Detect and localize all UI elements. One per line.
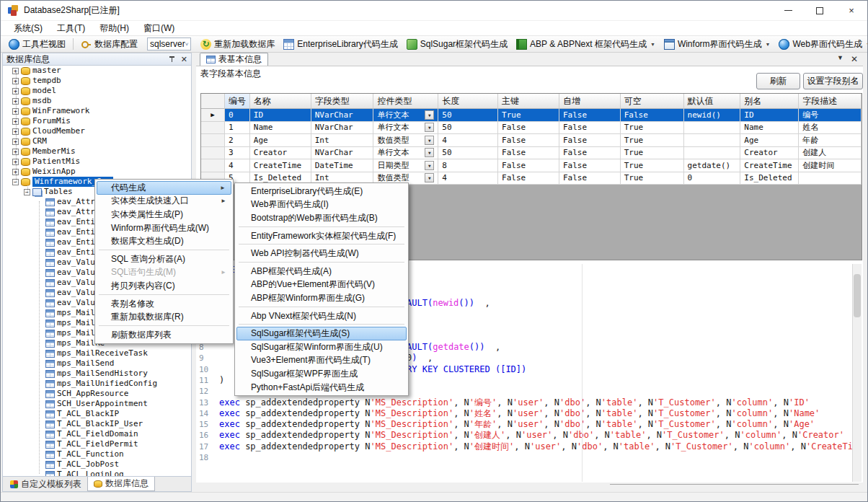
menu-item-submenu[interactable]: Web API控制器代码生成(W) bbox=[236, 247, 407, 260]
menu-item-context[interactable]: 实体类属性生成(P) bbox=[97, 208, 231, 221]
grid-cell[interactable]: CreateTime bbox=[740, 159, 799, 172]
grid-cell[interactable]: False bbox=[559, 134, 621, 147]
menu-item-submenu[interactable]: Vue3+Element界面代码生成(T) bbox=[236, 354, 407, 368]
grid-cell[interactable]: False bbox=[559, 172, 621, 185]
toolbar-button-globe[interactable]: 工具栏视图 bbox=[5, 37, 69, 52]
menu-item-submenu[interactable]: SqlSugar框架代码生成(S) bbox=[236, 327, 407, 340]
toolbar-button-key[interactable]: 数据库配置 bbox=[77, 37, 141, 52]
grid-cell[interactable]: 创建时间 bbox=[799, 159, 862, 172]
menu-item-context[interactable]: 拷贝列表内容(C) bbox=[97, 279, 231, 293]
menu-item-submenu[interactable]: EnterpriseLibrary代码生成(E) bbox=[236, 185, 407, 198]
menu-item-context[interactable]: SQL 查询分析器(A) bbox=[97, 252, 231, 266]
menu-item-submenu[interactable]: Web界面代码生成(I) bbox=[236, 198, 407, 212]
grid-cell[interactable]: 姓名 bbox=[799, 122, 862, 135]
menu-item-context[interactable]: 数据库文档生成(D) bbox=[97, 234, 231, 248]
doc-dropdown-icon[interactable]: ▼ bbox=[837, 54, 843, 64]
menu-bar-item[interactable]: 帮助(H) bbox=[92, 21, 136, 36]
tree-item-tempdb[interactable]: +tempdb bbox=[3, 76, 191, 86]
grid-cell[interactable]: NVarChar bbox=[311, 122, 374, 135]
grid-cell[interactable] bbox=[684, 134, 741, 147]
toolbar-button-book-green[interactable]: ABP & ABPNext 框架代码生成▼ bbox=[513, 37, 659, 52]
tree-item-CRM[interactable]: +CRM bbox=[3, 136, 191, 146]
grid-cell[interactable]: 4 bbox=[438, 172, 498, 185]
menu-item-context[interactable]: Winform界面代码生成(W) bbox=[97, 221, 231, 235]
row-selector-cell[interactable]: ▶ bbox=[201, 109, 225, 122]
tree-item-T_ACL_LoginLog[interactable]: T_ACL_LoginLog bbox=[3, 470, 191, 477]
grid-cell[interactable]: 4 bbox=[225, 159, 250, 172]
grid-selector-header[interactable] bbox=[201, 94, 225, 109]
toolbar-button-window-blue[interactable]: Winform界面代码生成▼ bbox=[660, 37, 774, 52]
row-selector-cell[interactable] bbox=[201, 159, 225, 172]
grid-cell[interactable]: Name bbox=[250, 122, 311, 135]
menu-bar-item[interactable]: 系统(S) bbox=[6, 21, 50, 36]
grid-cell[interactable] bbox=[684, 147, 741, 160]
grid-cell[interactable]: ID bbox=[250, 109, 311, 122]
grid-cell[interactable]: False bbox=[498, 172, 559, 185]
close-button[interactable]: × bbox=[836, 1, 867, 20]
row-selector-cell[interactable] bbox=[201, 122, 225, 135]
menu-item-context[interactable]: 刷新数据库列表 bbox=[97, 328, 231, 342]
grid-column-header[interactable]: 可空 bbox=[621, 94, 684, 109]
grid-cell[interactable]: True bbox=[621, 134, 684, 147]
menu-item-context[interactable]: SQL语句生成(M)► bbox=[97, 266, 231, 280]
tree-item-CloudMember[interactable]: +CloudMember bbox=[3, 126, 191, 136]
grid-column-header[interactable]: 字段描述 bbox=[799, 94, 862, 109]
menu-item-submenu[interactable]: ABP的Vue+Element界面代码(V) bbox=[236, 278, 407, 292]
grid-cell[interactable]: 1 bbox=[225, 122, 250, 135]
menu-item-submenu[interactable]: ABP框架代码生成(A) bbox=[236, 265, 407, 278]
grid-column-header[interactable]: 编号 bbox=[225, 94, 250, 109]
row-selector-cell[interactable] bbox=[201, 147, 225, 160]
grid-cell[interactable]: False bbox=[498, 134, 559, 147]
grid-cell[interactable]: False bbox=[498, 159, 559, 172]
tab-table-basic-info[interactable]: 表基本信息 bbox=[200, 53, 268, 66]
grid-column-header[interactable]: 字段类型 bbox=[311, 94, 374, 109]
grid-column-header[interactable]: 主键 bbox=[498, 94, 559, 109]
grid-row[interactable]: 1NameNVarChar单行文本▼50FalseFalseTrueName姓名 bbox=[201, 122, 862, 135]
grid-cell[interactable]: Name bbox=[740, 122, 799, 135]
grid-row[interactable]: 4CreateTimeDateTime日期类型▼8FalseFalseTrueg… bbox=[201, 159, 862, 172]
grid-cell[interactable]: 50 bbox=[438, 147, 498, 160]
grid-cell[interactable]: False bbox=[498, 122, 559, 135]
tree-item-model[interactable]: +model bbox=[3, 86, 191, 96]
grid-row[interactable]: 3CreatorNVarChar单行文本▼50FalseFalseTrueCre… bbox=[201, 147, 862, 160]
tree-item-mps_MailUnifiedConfig[interactable]: mps_MailUnifiedConfig bbox=[3, 379, 191, 389]
grid-cell[interactable]: 50 bbox=[438, 122, 498, 135]
grid-cell[interactable]: CreateTime bbox=[250, 159, 311, 172]
grid-column-header[interactable]: 名称 bbox=[250, 94, 311, 109]
grid-cell[interactable]: True bbox=[621, 172, 684, 185]
grid-cell[interactable] bbox=[684, 122, 741, 135]
toolbar-button-grid-blue[interactable]: EnterpriseLibrary代码生成 bbox=[280, 37, 401, 52]
grid-cell[interactable]: 创建人 bbox=[799, 147, 862, 160]
dropdown-button[interactable]: ▼ bbox=[425, 148, 434, 157]
tab-database-info[interactable]: 数据库信息 bbox=[87, 477, 155, 491]
grid-cell[interactable]: False bbox=[559, 122, 621, 135]
grid-cell[interactable]: 4 bbox=[438, 134, 498, 147]
grid-cell[interactable]: 0 bbox=[684, 172, 741, 185]
grid-cell[interactable]: 50 bbox=[438, 109, 498, 122]
grid-cell[interactable]: 年龄 bbox=[799, 134, 862, 147]
grid-cell[interactable]: True bbox=[498, 109, 559, 122]
grid-cell[interactable]: False bbox=[559, 159, 621, 172]
grid-cell[interactable]: False bbox=[498, 147, 559, 160]
grid-cell[interactable]: DateTime bbox=[311, 159, 374, 172]
tree-item-WinFramework[interactable]: +WinFramework bbox=[3, 106, 191, 116]
tree-item-T_ACL_BlackIP_User[interactable]: T_ACL_BlackIP_User bbox=[3, 419, 191, 429]
grid-row[interactable]: 2AgeInt数值类型▼4FalseFalseTrueAge年龄 bbox=[201, 134, 862, 147]
grid-cell[interactable]: 编号 bbox=[799, 109, 862, 122]
menu-item-submenu[interactable]: SqlSugar框架Winform界面生成(U) bbox=[236, 340, 407, 354]
refresh-button[interactable]: 刷新 bbox=[756, 73, 800, 89]
set-field-alias-button[interactable]: 设置字段别名 bbox=[803, 73, 863, 89]
dropdown-button[interactable]: ▼ bbox=[425, 173, 434, 182]
tree-item-WeixinApp[interactable]: +WeixinApp bbox=[3, 167, 191, 177]
grid-column-header[interactable]: 默认值 bbox=[684, 94, 741, 109]
grid-cell[interactable]: 单行文本▼ bbox=[373, 147, 438, 160]
menu-item-context[interactable]: 代码生成► bbox=[97, 181, 231, 195]
dropdown-button[interactable]: ▼ bbox=[425, 123, 434, 132]
menu-item-submenu[interactable]: Abp VNext框架代码生成(N) bbox=[236, 309, 407, 323]
grid-cell[interactable]: True bbox=[621, 122, 684, 135]
grid-cell[interactable]: 0 bbox=[225, 109, 250, 122]
grid-cell[interactable]: Creator bbox=[740, 147, 799, 160]
grid-cell[interactable]: 3 bbox=[225, 147, 250, 160]
menu-item-context[interactable]: 表别名修改 bbox=[97, 297, 231, 311]
grid-cell[interactable]: Creator bbox=[250, 147, 311, 160]
